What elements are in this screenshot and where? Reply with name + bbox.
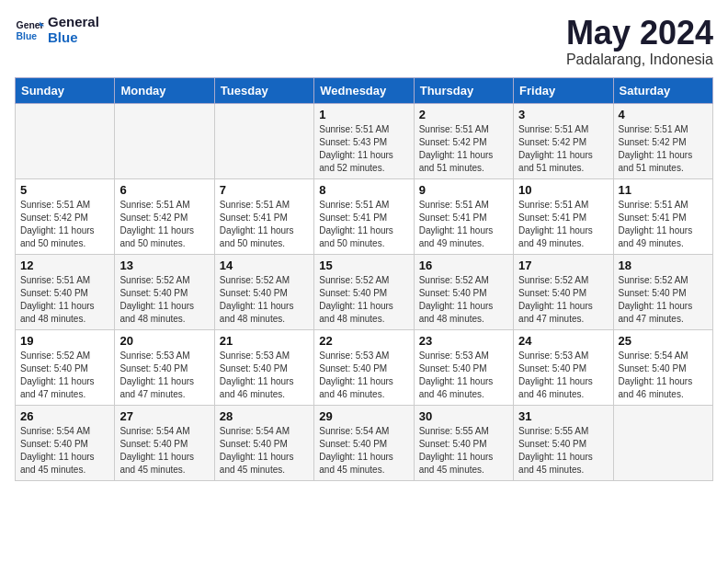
cell-info: Sunrise: 5:55 AMSunset: 5:40 PMDaylight:… bbox=[419, 425, 508, 477]
calendar-cell: 28Sunrise: 5:54 AMSunset: 5:40 PMDayligh… bbox=[214, 405, 313, 480]
day-number: 7 bbox=[220, 183, 309, 197]
calendar-cell: 8Sunrise: 5:51 AMSunset: 5:41 PMDaylight… bbox=[314, 178, 414, 254]
day-number: 14 bbox=[220, 259, 309, 272]
cell-info: Sunrise: 5:53 AMSunset: 5:40 PMDaylight:… bbox=[419, 350, 508, 401]
calendar-cell: 4Sunrise: 5:51 AMSunset: 5:42 PMDaylight… bbox=[613, 103, 712, 178]
header-cell-saturday: Saturday bbox=[613, 77, 712, 103]
calendar-cell: 23Sunrise: 5:53 AMSunset: 5:40 PMDayligh… bbox=[414, 329, 513, 405]
calendar-cell bbox=[16, 103, 115, 178]
cell-info: Sunrise: 5:51 AMSunset: 5:41 PMDaylight:… bbox=[619, 199, 708, 250]
svg-text:Blue: Blue bbox=[17, 30, 38, 40]
day-number: 5 bbox=[20, 183, 109, 197]
cell-info: Sunrise: 5:51 AMSunset: 5:42 PMDaylight:… bbox=[518, 123, 608, 175]
cell-info: Sunrise: 5:54 AMSunset: 5:40 PMDaylight:… bbox=[619, 350, 708, 401]
month-title: May 2024 bbox=[566, 15, 713, 52]
header-cell-wednesday: Wednesday bbox=[314, 77, 414, 103]
day-number: 16 bbox=[419, 259, 508, 272]
day-number: 29 bbox=[319, 409, 408, 423]
day-number: 12 bbox=[20, 259, 109, 272]
header-cell-monday: Monday bbox=[115, 77, 214, 103]
calendar-cell bbox=[115, 103, 214, 178]
day-number: 19 bbox=[20, 334, 109, 348]
day-number: 13 bbox=[119, 259, 209, 272]
cell-info: Sunrise: 5:53 AMSunset: 5:40 PMDaylight:… bbox=[319, 350, 408, 401]
cell-info: Sunrise: 5:53 AMSunset: 5:40 PMDaylight:… bbox=[119, 350, 209, 401]
day-number: 3 bbox=[518, 108, 608, 121]
cell-info: Sunrise: 5:52 AMSunset: 5:40 PMDaylight:… bbox=[319, 274, 408, 326]
week-row-1: 1Sunrise: 5:51 AMSunset: 5:43 PMDaylight… bbox=[16, 103, 713, 178]
header-cell-friday: Friday bbox=[514, 77, 613, 103]
calendar-cell: 16Sunrise: 5:52 AMSunset: 5:40 PMDayligh… bbox=[414, 254, 513, 329]
header-row: SundayMondayTuesdayWednesdayThursdayFrid… bbox=[16, 77, 713, 103]
cell-info: Sunrise: 5:51 AMSunset: 5:42 PMDaylight:… bbox=[619, 123, 708, 175]
cell-info: Sunrise: 5:52 AMSunset: 5:40 PMDaylight:… bbox=[20, 350, 109, 401]
calendar-cell: 10Sunrise: 5:51 AMSunset: 5:41 PMDayligh… bbox=[514, 178, 613, 254]
cell-info: Sunrise: 5:52 AMSunset: 5:40 PMDaylight:… bbox=[619, 274, 708, 326]
cell-info: Sunrise: 5:51 AMSunset: 5:41 PMDaylight:… bbox=[220, 199, 309, 250]
calendar-cell: 22Sunrise: 5:53 AMSunset: 5:40 PMDayligh… bbox=[314, 329, 414, 405]
cell-info: Sunrise: 5:54 AMSunset: 5:40 PMDaylight:… bbox=[220, 425, 309, 477]
day-number: 27 bbox=[119, 409, 209, 423]
calendar-cell: 6Sunrise: 5:51 AMSunset: 5:42 PMDaylight… bbox=[115, 178, 214, 254]
cell-info: Sunrise: 5:54 AMSunset: 5:40 PMDaylight:… bbox=[319, 425, 408, 477]
day-number: 9 bbox=[419, 183, 508, 197]
cell-info: Sunrise: 5:52 AMSunset: 5:40 PMDaylight:… bbox=[419, 274, 508, 326]
cell-info: Sunrise: 5:51 AMSunset: 5:41 PMDaylight:… bbox=[518, 199, 608, 250]
day-number: 10 bbox=[518, 183, 608, 197]
calendar-header: SundayMondayTuesdayWednesdayThursdayFrid… bbox=[16, 77, 713, 103]
calendar-cell: 11Sunrise: 5:51 AMSunset: 5:41 PMDayligh… bbox=[613, 178, 712, 254]
cell-info: Sunrise: 5:52 AMSunset: 5:40 PMDaylight:… bbox=[518, 274, 608, 326]
day-number: 23 bbox=[419, 334, 508, 348]
calendar-cell: 29Sunrise: 5:54 AMSunset: 5:40 PMDayligh… bbox=[314, 405, 414, 480]
calendar-cell: 2Sunrise: 5:51 AMSunset: 5:42 PMDaylight… bbox=[414, 103, 513, 178]
calendar-cell bbox=[214, 103, 313, 178]
calendar-cell: 17Sunrise: 5:52 AMSunset: 5:40 PMDayligh… bbox=[514, 254, 613, 329]
cell-info: Sunrise: 5:51 AMSunset: 5:42 PMDaylight:… bbox=[419, 123, 508, 175]
logo-icon: General Blue bbox=[15, 16, 44, 45]
cell-info: Sunrise: 5:51 AMSunset: 5:40 PMDaylight:… bbox=[20, 274, 109, 326]
cell-info: Sunrise: 5:54 AMSunset: 5:40 PMDaylight:… bbox=[119, 425, 209, 477]
cell-info: Sunrise: 5:51 AMSunset: 5:41 PMDaylight:… bbox=[419, 199, 508, 250]
day-number: 30 bbox=[419, 409, 508, 423]
calendar-cell: 24Sunrise: 5:53 AMSunset: 5:40 PMDayligh… bbox=[514, 329, 613, 405]
calendar-body: 1Sunrise: 5:51 AMSunset: 5:43 PMDaylight… bbox=[16, 103, 713, 480]
cell-info: Sunrise: 5:51 AMSunset: 5:42 PMDaylight:… bbox=[119, 199, 209, 250]
cell-info: Sunrise: 5:53 AMSunset: 5:40 PMDaylight:… bbox=[220, 350, 309, 401]
cell-info: Sunrise: 5:54 AMSunset: 5:40 PMDaylight:… bbox=[20, 425, 109, 477]
cell-info: Sunrise: 5:52 AMSunset: 5:40 PMDaylight:… bbox=[220, 274, 309, 326]
week-row-4: 19Sunrise: 5:52 AMSunset: 5:40 PMDayligh… bbox=[16, 329, 713, 405]
cell-info: Sunrise: 5:55 AMSunset: 5:40 PMDaylight:… bbox=[518, 425, 608, 477]
day-number: 17 bbox=[518, 259, 608, 272]
calendar-cell: 9Sunrise: 5:51 AMSunset: 5:41 PMDaylight… bbox=[414, 178, 513, 254]
title-block: May 2024 Padalarang, Indonesia bbox=[566, 15, 713, 68]
day-number: 21 bbox=[220, 334, 309, 348]
calendar-table: SundayMondayTuesdayWednesdayThursdayFrid… bbox=[15, 77, 713, 481]
day-number: 24 bbox=[518, 334, 608, 348]
calendar-cell: 1Sunrise: 5:51 AMSunset: 5:43 PMDaylight… bbox=[314, 103, 414, 178]
cell-info: Sunrise: 5:51 AMSunset: 5:42 PMDaylight:… bbox=[20, 199, 109, 250]
calendar-cell: 31Sunrise: 5:55 AMSunset: 5:40 PMDayligh… bbox=[514, 405, 613, 480]
day-number: 15 bbox=[319, 259, 408, 272]
day-number: 8 bbox=[319, 183, 408, 197]
cell-info: Sunrise: 5:52 AMSunset: 5:40 PMDaylight:… bbox=[119, 274, 209, 326]
calendar-cell: 20Sunrise: 5:53 AMSunset: 5:40 PMDayligh… bbox=[115, 329, 214, 405]
cell-info: Sunrise: 5:53 AMSunset: 5:40 PMDaylight:… bbox=[518, 350, 608, 401]
logo-text-general: General bbox=[48, 15, 99, 30]
week-row-2: 5Sunrise: 5:51 AMSunset: 5:42 PMDaylight… bbox=[16, 178, 713, 254]
logo: General Blue General Blue bbox=[15, 15, 99, 45]
day-number: 2 bbox=[419, 108, 508, 121]
calendar-cell: 15Sunrise: 5:52 AMSunset: 5:40 PMDayligh… bbox=[314, 254, 414, 329]
logo-text-blue: Blue bbox=[48, 30, 99, 46]
day-number: 6 bbox=[119, 183, 209, 197]
calendar-cell: 26Sunrise: 5:54 AMSunset: 5:40 PMDayligh… bbox=[16, 405, 115, 480]
calendar-cell: 12Sunrise: 5:51 AMSunset: 5:40 PMDayligh… bbox=[16, 254, 115, 329]
calendar-cell: 7Sunrise: 5:51 AMSunset: 5:41 PMDaylight… bbox=[214, 178, 313, 254]
header-cell-thursday: Thursday bbox=[414, 77, 513, 103]
location: Padalarang, Indonesia bbox=[566, 52, 713, 68]
day-number: 25 bbox=[619, 334, 708, 348]
calendar-cell: 14Sunrise: 5:52 AMSunset: 5:40 PMDayligh… bbox=[214, 254, 313, 329]
header-cell-tuesday: Tuesday bbox=[214, 77, 313, 103]
cell-info: Sunrise: 5:51 AMSunset: 5:43 PMDaylight:… bbox=[319, 123, 408, 175]
week-row-3: 12Sunrise: 5:51 AMSunset: 5:40 PMDayligh… bbox=[16, 254, 713, 329]
page-header: General Blue General Blue May 2024 Padal… bbox=[15, 15, 713, 68]
